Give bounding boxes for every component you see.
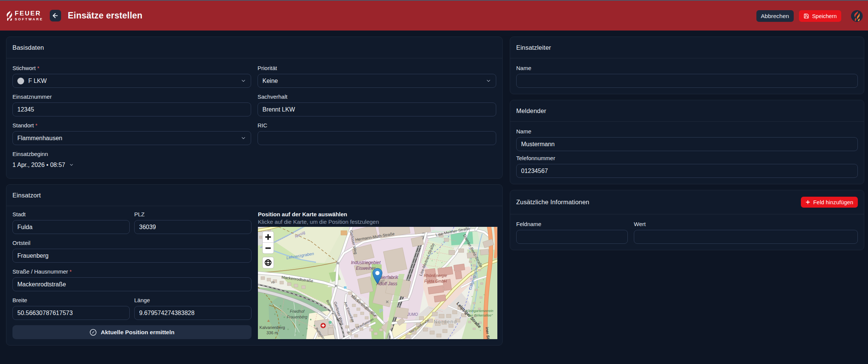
svg-text:Eisweiher: Eisweiher — [356, 266, 376, 271]
svg-text:P: P — [379, 307, 383, 314]
svg-text:RhönEnergie: RhönEnergie — [424, 273, 447, 278]
svg-text:Friedhof: Friedhof — [290, 309, 305, 314]
svg-text:"Zur Birkenallee": "Zur Birkenallee" — [466, 314, 493, 317]
svg-text:Kleingartenverein: Kleingartenverein — [466, 309, 493, 313]
svg-text:Nordend: Nordend — [434, 319, 457, 324]
svg-text:336 m: 336 m — [267, 330, 278, 335]
svg-text:Fulda GmbH: Fulda GmbH — [424, 279, 447, 283]
svg-text:Frauenberg: Frauenberg — [287, 315, 307, 319]
svg-text:Vo: Vo — [271, 280, 275, 284]
svg-text:Industriegebiet: Industriegebiet — [351, 260, 381, 265]
svg-text:JUMO: JUMO — [407, 312, 418, 317]
svg-text:Kalvarienberg: Kalvarienberg — [259, 325, 285, 330]
